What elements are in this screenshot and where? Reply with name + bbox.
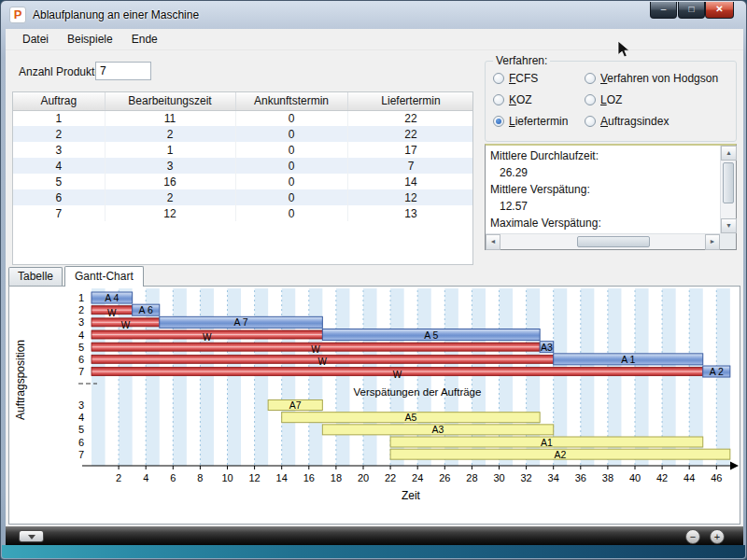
y-axis-tick-label: 6: [78, 354, 84, 365]
table-row[interactable]: 22022: [13, 126, 473, 142]
table-cell: 3: [13, 142, 105, 158]
column-header[interactable]: Liefertermin: [347, 92, 473, 110]
table-cell: 0: [235, 126, 347, 142]
titlebar[interactable]: P Ablaufplanung an einer Maschine – □ ✕: [1, 1, 746, 29]
x-axis-tick-label: 18: [331, 472, 342, 483]
x-axis-tick-label: 20: [358, 472, 369, 483]
job-bar-label: A 2: [710, 366, 724, 377]
x-axis-tick-label: 22: [385, 472, 396, 483]
y-axis-title: Auftragsposition: [14, 340, 27, 420]
late-bar-label: A5: [405, 412, 417, 423]
table-cell: 2: [105, 189, 235, 205]
table-cell: 0: [235, 142, 347, 158]
maximize-button[interactable]: □: [678, 2, 705, 19]
menubar: DateiBeispieleEnde: [6, 29, 743, 50]
radio-label: LOZ: [600, 93, 622, 106]
x-axis-tick-label: 40: [629, 472, 641, 483]
zoom-in-icon[interactable]: +: [710, 529, 725, 544]
x-axis-arrow-icon: [730, 462, 739, 470]
radio-liefertermin[interactable]: Liefertermin: [493, 115, 585, 128]
chart-stripe: [200, 288, 214, 466]
scroll-down-icon[interactable]: ▼: [721, 218, 737, 233]
vertical-scrollbar[interactable]: ▲ ▼: [720, 146, 736, 233]
wait-label: W: [318, 357, 328, 367]
radio-fcfs[interactable]: FCFS: [493, 72, 585, 85]
table-cell: 12: [105, 205, 235, 221]
gantt-chart: A 4WA 6WA 7WA 5WA3WA 1WA 21234567Verspät…: [9, 287, 740, 524]
zoom-slider[interactable]: [19, 530, 44, 542]
chart-stripe: [92, 288, 106, 466]
tab-tabelle[interactable]: Tabelle: [8, 267, 63, 286]
tab-gantt-chart[interactable]: Gantt-Chart: [64, 266, 144, 287]
wait-label: W: [393, 370, 402, 380]
menu-item-ende[interactable]: Ende: [122, 29, 167, 49]
vertical-scroll-thumb[interactable]: [723, 162, 734, 203]
table-cell: 0: [235, 174, 347, 189]
late-bar-label: A2: [555, 449, 567, 460]
late-bar-label: A3: [432, 424, 444, 435]
x-axis-tick-label: 12: [248, 472, 260, 483]
scroll-up-icon[interactable]: ▲: [721, 146, 737, 161]
tab-bar: TabelleGantt-Chart: [8, 266, 146, 286]
zoom-out-icon[interactable]: −: [685, 529, 700, 544]
table-cell: 2: [13, 126, 105, 142]
radio-label: Auftragsindex: [600, 115, 669, 128]
table-cell: 13: [347, 205, 473, 221]
wait-label: W: [121, 320, 131, 330]
radio-loz[interactable]: LOZ: [585, 93, 728, 106]
table-cell: 4: [13, 158, 105, 174]
job-bar-label: A 6: [139, 304, 153, 315]
table-cell: 16: [105, 174, 235, 189]
table-row[interactable]: 516014: [13, 174, 473, 189]
window-title: Ablaufplanung an einer Maschine: [33, 8, 199, 21]
job-bar-label: A 5: [424, 329, 438, 341]
table-row[interactable]: 62012: [13, 189, 473, 205]
job-bar-label: A 7: [233, 316, 247, 328]
chart-stripe: [309, 288, 323, 466]
x-axis-tick-label: 38: [602, 472, 613, 483]
y-axis-tick-label: 5: [78, 424, 84, 435]
menu-item-datei[interactable]: Datei: [13, 29, 58, 49]
radio-koz[interactable]: KOZ: [493, 93, 585, 106]
table-cell: 17: [347, 142, 473, 158]
menu-item-beispiele[interactable]: Beispiele: [58, 29, 122, 49]
gantt-chart-panel: A 4WA 6WA 7WA 5WA3WA 1WA 21234567Verspät…: [8, 286, 740, 525]
wait-label: W: [311, 344, 320, 355]
results-line: 26.29: [490, 164, 719, 181]
close-button[interactable]: ✕: [705, 2, 734, 19]
products-table[interactable]: AuftragBearbeitungszeitAnkunftsterminLie…: [12, 91, 473, 265]
client-area: Anzahl Produkte AuftragBearbeitungszeitA…: [6, 50, 743, 526]
table-row[interactable]: 712013: [13, 205, 473, 221]
column-header[interactable]: Bearbeitungszeit: [105, 92, 235, 110]
y-axis-tick-label: 4: [78, 412, 84, 423]
y-axis-tick-label: 7: [78, 366, 84, 377]
radio-circle-icon: [493, 116, 504, 127]
x-axis-tick-label: 14: [276, 472, 288, 483]
y-axis-tick-label: 2: [78, 304, 84, 315]
radio-circle-icon: [493, 73, 504, 84]
table-row[interactable]: 31017: [13, 142, 473, 158]
table-row[interactable]: 111022: [13, 110, 473, 126]
scroll-right-icon[interactable]: ►: [705, 234, 720, 250]
anzahl-produkte-input[interactable]: [95, 62, 151, 80]
y-axis-tick-label: 6: [78, 437, 84, 448]
x-axis-tick-label: 46: [711, 472, 722, 483]
column-header[interactable]: Auftrag: [13, 92, 105, 110]
y-axis-tick-label: 3: [78, 399, 84, 411]
horizontal-scrollbar[interactable]: ◄ ►: [486, 233, 720, 249]
y-axis-tick-label: 1: [78, 292, 84, 303]
horizontal-scroll-thumb[interactable]: [577, 236, 650, 247]
scroll-left-icon[interactable]: ◄: [486, 234, 500, 250]
chart-stripe: [228, 288, 242, 466]
radio-verfahren-von-hodgson[interactable]: Verfahren von Hodgson: [585, 72, 728, 85]
x-axis-tick-label: 30: [493, 472, 504, 483]
radio-auftragsindex[interactable]: Auftragsindex: [585, 115, 728, 128]
minimize-button[interactable]: –: [650, 2, 677, 19]
radio-circle-icon: [585, 94, 596, 105]
column-header[interactable]: Ankunftstermin: [235, 92, 347, 110]
late-bar-label: A1: [541, 437, 553, 448]
y-axis-tick-label: 3: [78, 316, 84, 328]
table-row[interactable]: 4307: [13, 158, 473, 174]
table-cell: 5: [13, 174, 105, 189]
table-cell: 3: [105, 158, 235, 174]
